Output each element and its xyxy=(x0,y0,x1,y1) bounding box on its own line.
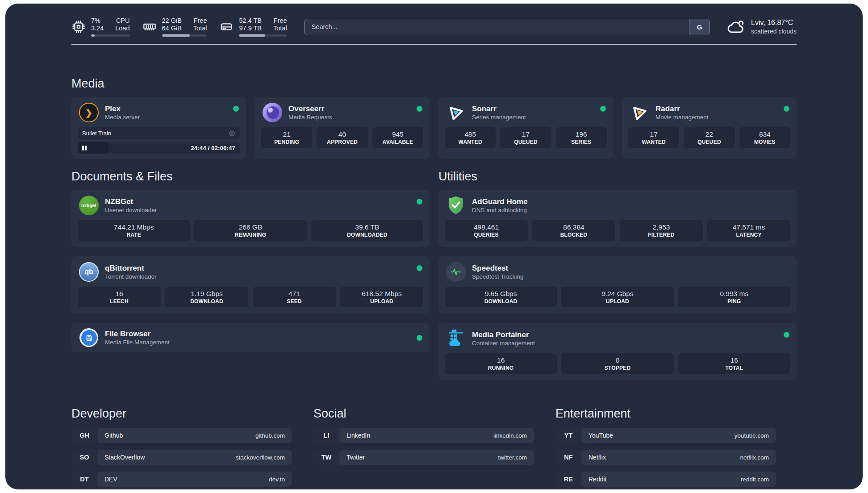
stat-seed: 471SEED xyxy=(253,287,336,307)
link-name: Reddit xyxy=(588,476,606,483)
link-abbr: TW xyxy=(313,450,339,465)
link-name: Github xyxy=(104,432,123,439)
stat-series: 196SERIES xyxy=(556,127,607,148)
link-abbr: SO xyxy=(71,450,97,465)
link-stackoverflow[interactable]: SO StackOverflow stackoverflow.com xyxy=(71,450,292,465)
section-title-documents: Documents & Files xyxy=(71,170,430,184)
speedtest-icon xyxy=(446,262,466,282)
playback-time: 24:44 / 02:06:47 xyxy=(191,145,240,151)
radarr-icon xyxy=(628,101,651,124)
app-name: AdGuard Home xyxy=(472,197,528,206)
status-dot xyxy=(417,106,422,112)
ram-total-value: 64 GiB xyxy=(162,25,182,32)
status-dot xyxy=(417,199,422,205)
now-playing-title: Bullet Train xyxy=(82,130,111,137)
app-description: Media File Management xyxy=(105,338,170,347)
link-abbr: YT xyxy=(555,428,581,443)
filebrowser-icon xyxy=(79,328,98,347)
app-name: qBittorrent xyxy=(105,263,157,273)
link-url: youtube.com xyxy=(734,432,769,439)
app-card-radarr[interactable]: Radarr Movie management 17WANTED 22QUEUE… xyxy=(622,97,797,159)
link-url: twitter.com xyxy=(498,454,527,461)
stat-running: 16RUNNING xyxy=(445,353,557,374)
app-description: Media Requests xyxy=(288,113,332,121)
disk-total-label: Total xyxy=(273,25,287,32)
stat-rate: 744.21 MbpsRATE xyxy=(78,220,190,241)
search-input[interactable] xyxy=(305,19,689,35)
app-card-adguard[interactable]: AdGuard Home DNS and adblocking 498,461Q… xyxy=(438,190,797,247)
plex-progress-bar[interactable]: 24:44 / 02:06:47 xyxy=(78,142,240,154)
app-description: Media server xyxy=(105,113,140,121)
cpu-widget: 7% CPU 3.24 Load xyxy=(71,17,130,37)
link-abbr: RE xyxy=(555,472,581,487)
app-card-qbittorrent[interactable]: qb qBittorrent Torrent downloader 16LEEC… xyxy=(71,256,430,313)
section-title-social: Social xyxy=(313,407,534,421)
app-card-speedtest[interactable]: Speedtest Speedtest Tracking 9.65 GbpsDO… xyxy=(438,256,797,313)
adguard-icon xyxy=(447,196,465,215)
link-name: YouTube xyxy=(588,432,613,439)
app-description: Torrent downloader xyxy=(105,273,157,281)
app-card-filebrowser[interactable]: File Browser Media File Management xyxy=(71,323,430,352)
target-icon[interactable] xyxy=(229,130,235,137)
stat-leech: 16LEECH xyxy=(78,287,161,307)
disk-widget: 52.4 TB Free 97.9 TB Total xyxy=(219,17,287,37)
cpu-load-value: 3.24 xyxy=(91,25,104,32)
stat-wanted: 17WANTED xyxy=(628,127,679,148)
app-card-nzbget[interactable]: nzbget NZBGet Usenet downloader 744.21 M… xyxy=(71,190,430,247)
nzbget-icon: nzbget xyxy=(79,196,99,215)
app-card-overseerr[interactable]: Overseerr Media Requests 21PENDING 40APP… xyxy=(255,97,430,159)
app-name: Plex xyxy=(105,104,140,113)
app-card-portainer[interactable]: Media Portainer Container management 16R… xyxy=(438,323,797,380)
section-title-media: Media xyxy=(71,77,797,91)
stat-approved: 40APPROVED xyxy=(317,127,367,148)
stat-available: 945AVAILABLE xyxy=(372,127,423,148)
status-dot xyxy=(417,335,422,341)
links-section-entertainment: Entertainment YT YouTube youtube.com NF … xyxy=(555,407,776,487)
app-description: Container management xyxy=(472,339,535,347)
section-title-developer: Developer xyxy=(71,407,292,421)
pause-icon[interactable] xyxy=(82,146,87,150)
link-twitter[interactable]: TW Twitter twitter.com xyxy=(313,450,534,465)
stat-download: 9.65 GbpsDOWNLOAD xyxy=(445,287,557,307)
weather-condition: scattered clouds xyxy=(751,28,797,35)
ram-progress-bar xyxy=(162,34,207,37)
link-abbr: LI xyxy=(313,428,339,443)
search-engine-button[interactable]: G xyxy=(689,19,709,35)
search-bar: G xyxy=(304,19,710,35)
status-dot xyxy=(784,106,789,112)
stat-download: 1.19 GbpsDOWNLOAD xyxy=(165,287,248,307)
link-name: StackOverflow xyxy=(104,454,145,461)
stat-upload: 9.24 GbpsUPLOAD xyxy=(561,287,673,307)
weather-widget[interactable]: Lviv, 16.87°C scattered clouds xyxy=(727,18,797,35)
link-url: stackoverflow.com xyxy=(236,454,285,461)
stat-stopped: 0STOPPED xyxy=(561,353,673,374)
stat-remaining: 266 GBREMAINING xyxy=(194,220,306,241)
link-name: Twitter xyxy=(346,454,365,461)
links-section-social: Social LI LinkedIn linkedin.com TW Twitt… xyxy=(313,407,534,487)
stat-filtered: 2,953FILTERED xyxy=(620,220,703,241)
link-youtube[interactable]: YT YouTube youtube.com xyxy=(555,428,776,443)
header-bar: 7% CPU 3.24 Load 22 GiB xyxy=(71,4,797,37)
app-card-sonarr[interactable]: Sonarr Series management 485WANTED 17QUE… xyxy=(438,97,613,159)
link-reddit[interactable]: RE Reddit reddit.com xyxy=(555,472,776,487)
link-name: LinkedIn xyxy=(346,432,370,439)
link-linkedin[interactable]: LI LinkedIn linkedin.com xyxy=(313,428,534,443)
stat-total: 16TOTAL xyxy=(678,353,790,374)
memory-widget: 22 GiB Free 64 GiB Total xyxy=(142,17,207,37)
link-github[interactable]: GH Github github.com xyxy=(71,428,292,443)
app-description: Movie management xyxy=(655,113,709,121)
link-netflix[interactable]: NF Netflix netflix.com xyxy=(555,450,776,465)
status-dot xyxy=(417,265,422,271)
disk-free-value: 52.4 TB xyxy=(239,17,262,24)
stat-downloaded: 39.6 TBDOWNLOADED xyxy=(311,220,423,241)
link-dev[interactable]: DT DEV dev.to xyxy=(71,472,292,487)
stat-movies: 834MOVIES xyxy=(739,127,790,148)
disk-free-label: Free xyxy=(273,17,287,24)
link-url: dev.to xyxy=(269,476,285,483)
app-description: Speedtest Tracking xyxy=(472,273,524,281)
link-abbr: DT xyxy=(71,472,97,487)
app-card-plex[interactable]: ❯ Plex Media server Bullet Train xyxy=(71,97,246,159)
status-dot xyxy=(233,106,239,112)
link-url: github.com xyxy=(255,432,285,439)
stat-ping: 0.993 msPING xyxy=(678,287,790,307)
